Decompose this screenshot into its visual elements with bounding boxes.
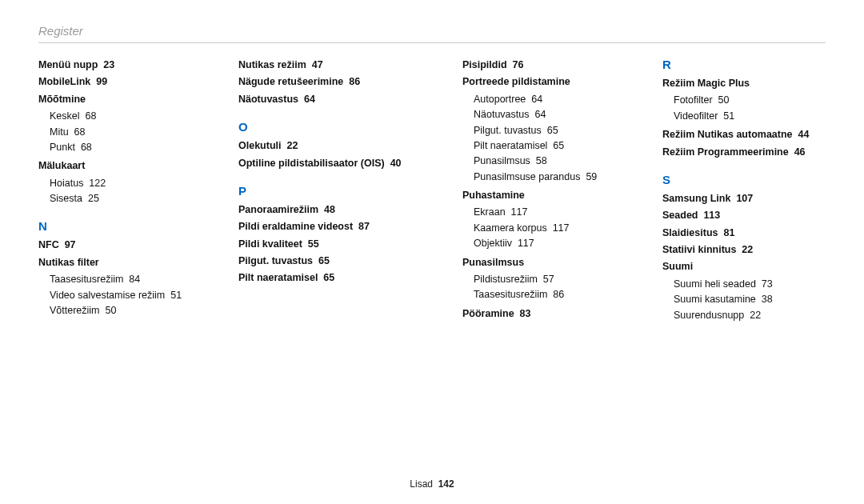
index-entry-page: 84 — [129, 274, 140, 285]
index-subentry: Näotuvastus 64 — [462, 107, 630, 122]
index-entry: Pisipildid 76 — [462, 58, 630, 73]
index-entry-text: Keskel — [50, 110, 80, 122]
index-entry-text: Samsung Link — [662, 193, 730, 204]
index-entry-page: 55 — [308, 238, 319, 250]
index-entry-text: Punasilmsuse parandus — [474, 171, 580, 182]
index-col-4: RRežiim Magic PlusFotofilter 50Videofilt… — [662, 58, 838, 323]
index-entry: Portreede pildistamine — [462, 74, 630, 90]
index-entry-page: 57 — [543, 274, 554, 285]
index-subentry: Objektiiv 117 — [462, 236, 630, 251]
index-entry-text: Punasilmsus — [474, 155, 530, 166]
index-entry-page: 64 — [534, 109, 546, 120]
index-entry-text: Hoiatus — [50, 178, 83, 189]
index-entry-page: 122 — [89, 178, 106, 189]
index-entry-page: 47 — [312, 59, 323, 70]
index-entry-text: Punkt — [50, 142, 75, 153]
index-entry: Mälukaart — [38, 158, 206, 174]
index-entry-page: 51 — [170, 290, 182, 301]
index-entry-page: 76 — [513, 59, 524, 70]
index-entry-text: Režiim Nutikas automaatne — [662, 129, 793, 140]
index-letter: S — [662, 173, 838, 186]
index-entry: Pilt naeratamisel 65 — [238, 270, 430, 286]
index-subentry: Punkt 68 — [38, 140, 206, 155]
index-entry-text: Objektiiv — [474, 238, 512, 249]
index-entry: Režiim Programmeerimine 46 — [662, 145, 838, 160]
index-entry-page: 117 — [511, 206, 528, 218]
index-entry-page: 117 — [553, 222, 570, 234]
index-entry: Punasilmsus — [462, 255, 630, 270]
index-entry-text: Näotuvastus — [474, 109, 529, 120]
index-entry-text: Optiline pildistabilisaator (OIS) — [238, 158, 385, 169]
index-entry: Näotuvastus 64 — [238, 92, 430, 107]
index-entry-page: 99 — [96, 76, 107, 87]
index-col-1: Menüü nupp 23MobileLink 99MõõtmineKeskel… — [38, 58, 206, 323]
index-entry-text: Mõõtmine — [38, 94, 86, 105]
index-entry-text: Suumi — [662, 261, 693, 272]
index-entry-text: Taasesitusrežiim — [474, 289, 547, 300]
index-subentry: Taasesitusrežiim 84 — [38, 272, 206, 287]
index-entry-page: 73 — [762, 278, 773, 290]
index-entry-page: 44 — [798, 129, 810, 140]
index-subentry: Ekraan 117 — [462, 205, 630, 220]
index-entry-text: Autoportree — [474, 94, 526, 105]
index-entry-page: 58 — [536, 155, 547, 166]
index-entry-text: Nutikas filter — [38, 257, 99, 268]
index-entry: NFC 97 — [38, 238, 206, 253]
index-entry-page: 81 — [723, 227, 734, 238]
index-entry-page: 65 — [547, 125, 558, 136]
index-entry-text: MobileLink — [38, 76, 90, 87]
index-letter: R — [662, 58, 838, 71]
index-entry: Statiivi kinnitus 22 — [662, 242, 838, 258]
index-subentry: Punasilmsus 58 — [462, 154, 630, 169]
index-entry-text: Taasesitusrežiim — [50, 274, 123, 285]
index-letter: N — [38, 219, 206, 233]
index-entry-page: 113 — [703, 210, 720, 221]
index-entry: Optiline pildistabilisaator (OIS) 40 — [238, 156, 430, 171]
index-columns: Menüü nupp 23MobileLink 99MõõtmineKeskel… — [38, 58, 826, 323]
index-entry-page: 25 — [88, 193, 99, 204]
index-entry-text: Suumi heli seaded — [674, 278, 756, 290]
index-entry: MobileLink 99 — [38, 74, 206, 90]
index-entry-page: 59 — [586, 171, 597, 182]
footer-page-number: 142 — [438, 478, 454, 490]
index-entry-page: 48 — [324, 204, 335, 215]
index-entry-text: Mälukaart — [38, 160, 85, 171]
index-entry-text: Sisesta — [50, 193, 82, 204]
index-subentry: Videofilter 51 — [662, 109, 838, 124]
index-col-2: Nutikas režiim 47Nägude retušeerimine 86… — [238, 58, 430, 323]
header-divider — [38, 42, 826, 43]
index-entry-text: Režiim Magic Plus — [662, 78, 750, 89]
index-subentry: Kaamera korpus 117 — [462, 221, 630, 236]
index-entry-text: Videofilter — [674, 110, 718, 122]
index-entry-text: Pilgut. tuvastus — [474, 125, 542, 136]
index-entry-page: 68 — [81, 142, 92, 153]
index-subentry: Taasesitusrežiim 86 — [462, 287, 630, 302]
index-entry: Nutikas filter — [38, 255, 206, 270]
index-entry: Panoraamirežiim 48 — [238, 202, 430, 218]
index-entry-text: Portreede pildistamine — [462, 76, 570, 87]
index-entry-text: Nägude retušeerimine — [238, 76, 343, 87]
index-entry-text: NFC — [38, 239, 59, 250]
index-entry-page: 23 — [103, 59, 114, 70]
index-entry-page: 64 — [304, 94, 315, 105]
index-entry-page: 87 — [358, 221, 370, 232]
index-entry-text: Pilt naeratamisel — [238, 272, 318, 283]
index-entry-text: Puhastamine — [462, 190, 525, 201]
index-entry: Pildi kvaliteet 55 — [238, 237, 430, 252]
index-entry-text: Kaamera korpus — [474, 222, 547, 234]
index-entry-page: 22 — [742, 244, 753, 255]
index-entry-text: Video salvestamise režiim — [50, 290, 165, 301]
index-entry-text: Näotuvastus — [238, 94, 298, 105]
index-page: Register Menüü nupp 23MobileLink 99Mõõtm… — [0, 0, 864, 504]
index-entry-text: Pööramine — [462, 308, 514, 319]
index-entry-page: 83 — [520, 308, 531, 319]
index-subentry: Suumi kasutamine 38 — [662, 292, 838, 307]
index-entry-text: Seaded — [662, 210, 698, 221]
index-entry-text: Menüü nupp — [38, 59, 98, 70]
index-entry-page: 86 — [349, 76, 360, 87]
index-subentry: Pildistusrežiim 57 — [462, 272, 630, 287]
index-subentry: Sisesta 25 — [38, 191, 206, 206]
index-subentry: Punasilmsuse parandus 59 — [462, 170, 630, 185]
index-entry: Olekutuli 22 — [238, 138, 430, 154]
index-entry-text: Ekraan — [474, 206, 506, 218]
